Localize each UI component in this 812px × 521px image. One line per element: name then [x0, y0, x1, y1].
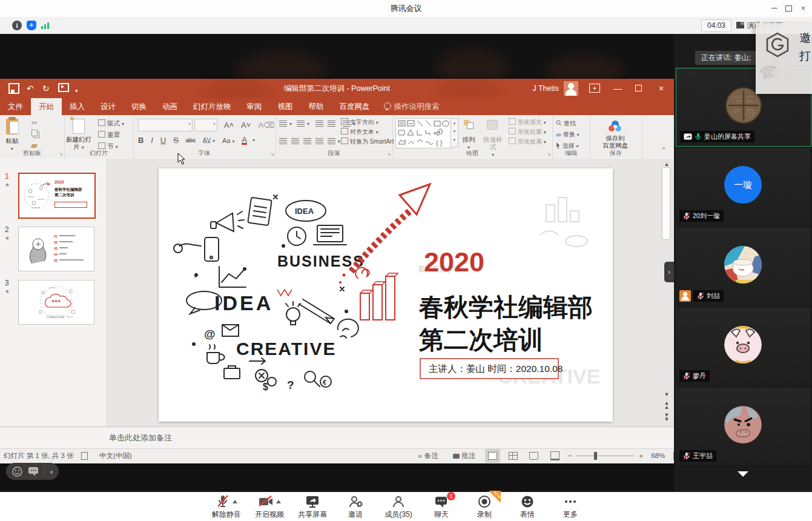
numbering-icon[interactable]	[297, 121, 305, 127]
close-icon[interactable]: ×	[799, 5, 807, 12]
text-direction-button[interactable]: 文字方向 ▾	[341, 118, 398, 127]
shrink-font-icon[interactable]: A˅	[241, 121, 251, 130]
spellcheck-icon[interactable]	[81, 449, 88, 463]
share-screen-button[interactable]: 共享屏幕	[295, 494, 330, 520]
more-button[interactable]: 更多	[553, 494, 588, 520]
shape-outline-button[interactable]: 形状轮廓 ▾	[509, 127, 546, 137]
copy-icon[interactable]	[31, 130, 38, 138]
video-options-caret[interactable]	[276, 500, 281, 503]
clear-format-icon[interactable]: A⌫	[258, 121, 274, 130]
language-status[interactable]: 中文(中国)	[99, 449, 132, 463]
increase-indent-icon[interactable]	[328, 121, 335, 127]
underline-icon[interactable]: U	[160, 136, 166, 145]
tab-file[interactable]: 文件	[0, 98, 31, 115]
shadow-icon[interactable]: abc	[186, 137, 196, 144]
align-text-button[interactable]: 对齐文本 ▾	[341, 127, 398, 137]
bullets-icon[interactable]	[279, 121, 287, 127]
unmute-button[interactable]: 解除静音	[209, 494, 244, 520]
collapse-ribbon-icon[interactable]: ⌃	[661, 147, 666, 153]
slideshow-view-icon[interactable]	[550, 451, 559, 460]
shape-fill-button[interactable]: 形状填充 ▾	[509, 118, 546, 127]
notes-pane[interactable]: 单击此处添加备注	[0, 426, 674, 449]
smiley-icon[interactable]	[12, 466, 22, 477]
slide-thumbnail-1[interactable]: 2020 春秋学社编辑部 第二次培训	[18, 173, 96, 219]
invite-button[interactable]: 邀请	[338, 494, 373, 520]
shapes-gallery[interactable]: { }	[395, 118, 451, 148]
reading-view-icon[interactable]	[529, 452, 538, 460]
ribbon-display-options-icon[interactable]: ▴	[589, 84, 600, 93]
align-left-icon[interactable]	[279, 138, 287, 144]
replace-button[interactable]: ab 替换 ▾	[556, 130, 590, 139]
invite-popup[interactable]: ☎ 邀 打	[756, 23, 812, 94]
scroll-down-icon[interactable]: ▼	[662, 391, 671, 397]
find-button[interactable]: 查找	[556, 119, 590, 128]
zoom-level[interactable]: 68%	[651, 452, 665, 459]
reset-button[interactable]: 重置	[98, 131, 120, 139]
font-name-select[interactable]	[138, 119, 193, 131]
tab-baidu-netdisk[interactable]: 百度网盘	[332, 98, 378, 115]
members-button[interactable]: 成员(35)	[381, 494, 416, 520]
popup-menu-item[interactable]: 打	[799, 48, 811, 64]
char-spacing-icon[interactable]: A̲V̲ ▾	[203, 137, 215, 144]
change-case-icon[interactable]: Aa ▾	[222, 137, 235, 144]
ppt-close-icon[interactable]: ×	[651, 79, 672, 98]
meeting-info-icon[interactable]: i	[12, 21, 22, 30]
tab-animations[interactable]: 动画	[154, 98, 185, 115]
security-shield-icon[interactable]: +	[27, 21, 36, 30]
format-painter-icon[interactable]	[31, 142, 37, 149]
slide-thumbnail-3[interactable]: ❀❀❀ CREATIVE	[18, 280, 94, 325]
strikethrough-icon[interactable]: S	[173, 136, 179, 145]
tab-help[interactable]: 帮助	[301, 98, 332, 115]
dialog-launcher-icon[interactable]: ↘	[270, 151, 274, 157]
cut-icon[interactable]: ✂	[31, 119, 38, 127]
tab-review[interactable]: 审阅	[239, 98, 270, 115]
ppt-minimize-icon[interactable]: —	[607, 79, 628, 98]
previous-slide-icon[interactable]: ▲▲	[662, 401, 671, 410]
vertical-scrollbar[interactable]	[662, 167, 670, 240]
font-color-icon[interactable]: A	[242, 136, 247, 145]
tab-slideshow[interactable]: 幻灯片放映	[185, 98, 239, 115]
columns-icon[interactable]	[328, 138, 335, 144]
tab-view[interactable]: 视图	[270, 98, 301, 115]
smartart-button[interactable]: 转换为 SmartArt ▾	[341, 137, 398, 147]
shape-effects-button[interactable]: 形状效果 ▾	[509, 137, 546, 147]
scroll-up-icon[interactable]: ▲	[662, 161, 671, 167]
next-slide-icon[interactable]: ▼▼	[662, 413, 671, 422]
record-button[interactable]: NEW 录制	[467, 494, 502, 520]
quick-reactions-pill[interactable]: ‹	[6, 463, 59, 480]
avatar[interactable]	[564, 81, 578, 96]
zoom-slider[interactable]	[576, 456, 634, 456]
sidebar-collapse-handle[interactable]: ›	[664, 262, 674, 282]
network-signal-icon[interactable]	[41, 21, 51, 30]
participant-tile[interactable]: 王宇喆	[676, 388, 810, 465]
slide[interactable]: CREATIVE	[159, 168, 613, 422]
tab-insert[interactable]: 插入	[62, 98, 93, 115]
slide-sorter-icon[interactable]	[509, 452, 518, 460]
dialog-launcher-icon[interactable]: ↘	[547, 151, 551, 157]
zoom-in-icon[interactable]: ＋	[638, 452, 645, 459]
dialog-launcher-icon[interactable]: ↘	[59, 151, 63, 157]
participant-tile[interactable]: 刘喆	[676, 228, 810, 305]
emoji-button[interactable]: 表情	[510, 494, 545, 520]
scroll-more-participants-icon[interactable]	[738, 471, 748, 477]
minimize-icon[interactable]	[770, 5, 778, 12]
notes-toggle[interactable]: ≐ 备注	[418, 449, 438, 463]
collapse-chevron-icon[interactable]: ‹	[50, 467, 53, 476]
tab-transitions[interactable]: 切换	[124, 98, 154, 115]
zoom-out-icon[interactable]: −	[568, 452, 572, 459]
mic-options-caret[interactable]	[233, 500, 237, 503]
decrease-indent-icon[interactable]	[315, 121, 323, 127]
start-video-button[interactable]: 开启视频	[252, 494, 287, 520]
normal-view-icon[interactable]	[488, 452, 497, 460]
tab-design[interactable]: 设计	[93, 98, 124, 115]
participant-tile[interactable]: 一璇 20刘一璇	[676, 148, 810, 225]
save-to-baidu-button[interactable]: 保存到百度网盘	[598, 134, 632, 149]
tell-me-search[interactable]: 操作说明搜索	[378, 98, 446, 115]
grow-font-icon[interactable]: A˄	[224, 121, 234, 130]
ppt-restore-icon[interactable]	[628, 79, 649, 98]
bold-icon[interactable]: B	[138, 136, 144, 145]
comments-toggle[interactable]: 批注	[453, 449, 475, 463]
align-right-icon[interactable]	[303, 138, 311, 144]
italic-icon[interactable]: I	[151, 136, 153, 145]
font-size-select[interactable]	[194, 119, 217, 131]
